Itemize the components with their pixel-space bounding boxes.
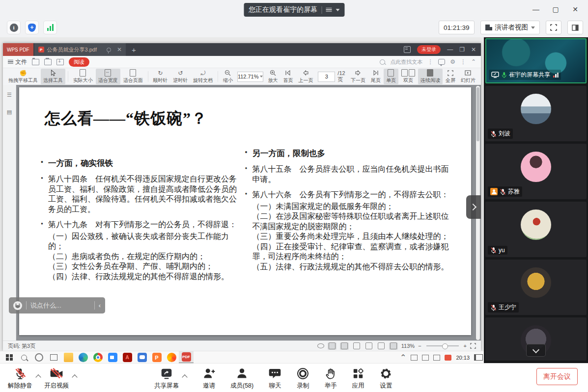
members-button[interactable]: 成员(58)	[230, 366, 253, 390]
fullscreen-button[interactable]	[546, 21, 561, 34]
taskbar-app-wps[interactable]: P	[149, 351, 164, 363]
status-layout3-button[interactable]	[389, 342, 398, 350]
task-view-button[interactable]	[46, 351, 61, 363]
overflow-icon[interactable]: ⋮	[460, 58, 466, 65]
tray-icon-2[interactable]	[422, 355, 429, 361]
list-icon[interactable]	[326, 8, 332, 12]
meeting-info-button[interactable]: i	[7, 21, 21, 34]
scroll-participants-down-button[interactable]	[526, 344, 546, 357]
nav-first-page[interactable]: 首页	[280, 69, 295, 84]
wps-minimize-button[interactable]: —	[447, 46, 453, 53]
status-fullscreen-icon[interactable]	[470, 343, 476, 349]
taskbar-app-messenger[interactable]	[135, 351, 149, 363]
chat-quick-bubble[interactable]: 说点什么... ‹	[9, 297, 105, 314]
file-menu[interactable]: 文件	[8, 58, 27, 66]
nav-prev-page[interactable]: 上一页	[296, 69, 315, 84]
tool-rotate-ccw[interactable]: ↺ 逆时针	[170, 69, 190, 84]
tray-expand-icon[interactable]: ⌃	[400, 353, 406, 362]
cortana-button[interactable]	[31, 351, 46, 363]
open-file-icon[interactable]	[32, 59, 39, 65]
view-single-page[interactable]: 单页	[384, 69, 398, 84]
wps-app-tab[interactable]: WPS PDF	[3, 43, 33, 56]
read-mode-badge[interactable]: 阅读	[69, 57, 89, 67]
wps-close-button[interactable]: ✕	[471, 46, 476, 53]
page-number-input[interactable]: 3	[318, 72, 335, 82]
zoom-slider[interactable]	[426, 345, 459, 346]
thumbnail-panel-icon[interactable]: ▤	[7, 109, 12, 115]
feedback-icon[interactable]	[438, 59, 445, 65]
tool-rotate-cw[interactable]: ↻ 顺时针	[150, 69, 170, 84]
tray-icon-1[interactable]	[411, 355, 418, 361]
start-button[interactable]	[2, 351, 17, 363]
tool-fit-width[interactable]: 适合宽度	[96, 69, 120, 84]
login-status-badge[interactable]: 未登录	[417, 45, 441, 54]
unmute-options-chevron[interactable]	[35, 374, 41, 380]
video-tile[interactable]: 刘波	[485, 86, 587, 141]
tool-fit-page[interactable]: 适合页面	[121, 69, 145, 84]
tool-actual-size[interactable]: 实际大小	[71, 69, 95, 84]
nav-next-page[interactable]: 下一页	[348, 69, 368, 84]
view-slideshow[interactable]: 幻灯片	[458, 69, 478, 84]
tool-select[interactable]: 选择工具	[41, 69, 65, 84]
collapse-toolbar-icon[interactable]: ⌃	[471, 58, 476, 65]
leave-meeting-button[interactable]: 离开会议	[536, 368, 578, 385]
taskbar-search[interactable]	[17, 351, 31, 363]
notification-center-icon[interactable]	[474, 354, 483, 361]
status-single-page-button[interactable]	[328, 342, 336, 350]
tray-icon-recording[interactable]	[445, 355, 451, 361]
collapse-bubble-icon[interactable]: ‹	[99, 302, 101, 309]
record-button[interactable]: 录制	[296, 366, 309, 390]
tool-pan[interactable]: ✊ 拖拽平移工具	[6, 69, 40, 84]
view-mode-dropdown[interactable]: 演讲者视图	[480, 21, 540, 34]
slider-knob[interactable]	[442, 343, 448, 349]
zoom-out-button[interactable]: −	[418, 343, 421, 349]
taskbar-app-pdf-active[interactable]: PDF	[179, 351, 194, 363]
eye-protect-icon[interactable]	[317, 343, 324, 348]
tool-zoom-in[interactable]: 放大	[265, 69, 280, 84]
chat-button[interactable]: 聊天	[268, 366, 281, 390]
settings-gear-icon[interactable]: ⚙	[450, 58, 455, 65]
status-fit-button[interactable]	[340, 342, 349, 350]
scrollbar-thumb[interactable]	[476, 87, 479, 141]
more-dots-icon[interactable]: ⋮	[427, 58, 433, 65]
export-icon[interactable]	[56, 59, 64, 65]
sidebar-expand-handle[interactable]	[466, 195, 481, 219]
taskbar-clock[interactable]: 20:13	[456, 355, 470, 361]
unmute-button[interactable]: 解除静音	[8, 366, 32, 390]
find-text-button[interactable]: 点此查找文本	[390, 58, 422, 66]
reader-mode-icon[interactable]	[404, 46, 411, 53]
status-double-page-button[interactable]	[352, 342, 361, 350]
tool-zoom-out[interactable]: 缩小	[221, 69, 235, 84]
minimize-button[interactable]: —	[528, 3, 544, 16]
zoom-in-button[interactable]: +	[464, 343, 467, 349]
tool-rotate-doc[interactable]: ⤾ 旋转文档	[191, 69, 215, 84]
document-tab[interactable]: P 公务员就业分享3.pdf ✕	[34, 43, 126, 56]
print-icon[interactable]	[44, 59, 52, 65]
new-tab-button[interactable]: +	[126, 43, 142, 56]
zoom-value-input[interactable]: 112.71%	[237, 72, 264, 82]
video-tile[interactable]: 苏雅	[485, 144, 587, 199]
video-options-chevron[interactable]	[72, 374, 77, 380]
security-button[interactable]: +	[25, 21, 39, 34]
caret-down-icon[interactable]	[336, 9, 339, 11]
wps-restore-button[interactable]: ❐	[459, 46, 465, 53]
view-double-page[interactable]: 双页	[399, 69, 418, 84]
emoji-icon[interactable]	[13, 301, 22, 310]
status-layout2-button[interactable]	[377, 342, 386, 350]
video-tile[interactable]: yu	[485, 202, 587, 257]
taskbar-app-firefox[interactable]	[164, 351, 179, 363]
view-continuous[interactable]: 连续阅读	[418, 69, 443, 84]
taskbar-app-chrome[interactable]	[90, 351, 105, 363]
pin-tab-icon[interactable]	[107, 48, 111, 52]
taskbar-app-explorer[interactable]	[61, 351, 76, 363]
share-options-chevron[interactable]	[182, 374, 187, 380]
split-view-button[interactable]	[567, 21, 583, 34]
chat-input-placeholder[interactable]: 说点什么...	[30, 301, 90, 310]
video-tile[interactable]: 王少宁	[485, 260, 587, 315]
close-tab-icon[interactable]: ✕	[117, 46, 122, 53]
invite-button[interactable]: 邀请	[202, 366, 216, 390]
taskbar-app-adobe[interactable]: A	[120, 351, 135, 363]
taskbar-app-edge[interactable]	[76, 351, 90, 363]
share-screen-button[interactable]: 共享屏幕	[154, 366, 179, 390]
start-video-button[interactable]: 开启视频	[44, 366, 69, 390]
